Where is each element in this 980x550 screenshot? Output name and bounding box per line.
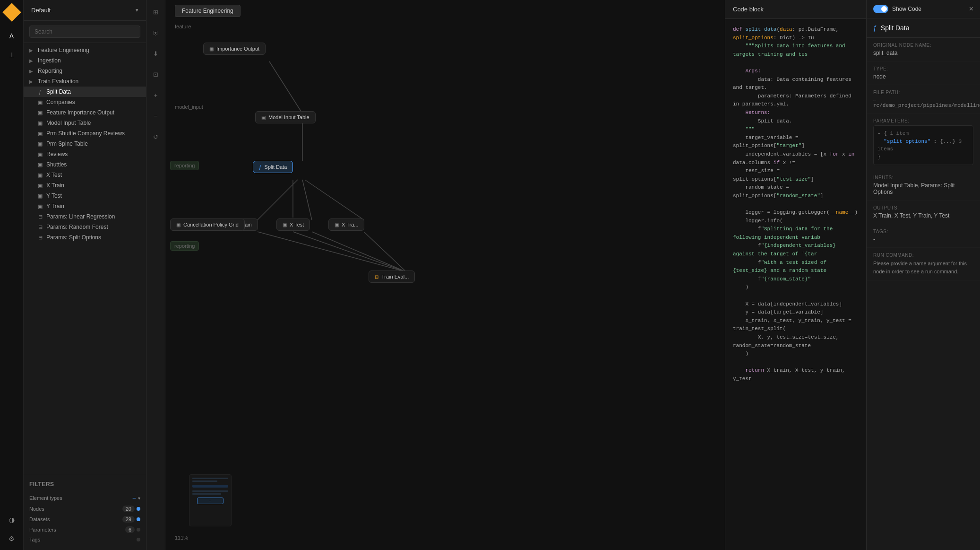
props-tags: Tags: - — [867, 224, 980, 248]
sidebar-item-reviews[interactable]: ▣ Reviews — [24, 149, 146, 159]
sidebar-item-shuttles[interactable]: ▣ Shuttles — [24, 159, 146, 170]
download-icon[interactable]: ⬇ — [149, 46, 163, 61]
sidebar-item-train-evaluation[interactable]: ▶ Train Evaluation — [24, 76, 146, 87]
dataset-node-icon: ▣ — [283, 222, 287, 227]
node-label: Split Data — [265, 164, 287, 170]
filter-dropdown-icon[interactable]: ▾ — [138, 496, 140, 501]
filter-datasets-count: 29 — [122, 516, 135, 523]
svg-line-5 — [364, 232, 406, 272]
code-panel-header: Code block — [725, 0, 866, 19]
sidebar-item-label: Feature Importance Output — [46, 109, 140, 116]
dataset-node-icon: ▣ — [209, 46, 214, 52]
x-train-node[interactable]: ▣ X Tra... — [328, 218, 364, 231]
cancellation-policy-node[interactable]: ▣ Cancellation Policy Grid — [170, 218, 245, 231]
sidebar-item-split-data[interactable]: ƒ Split Data — [24, 87, 146, 97]
filters-section: Filters Element types − ▾ Nodes 20 Datas… — [24, 475, 146, 550]
sidebar-item-label: Model Input Table — [46, 120, 140, 126]
dataset-icon: ▣ — [37, 151, 43, 157]
properties-panel: Show Code × ƒ Split Data Original node n… — [867, 0, 980, 550]
dataset-icon: ▣ — [37, 203, 43, 210]
file-path-label: File Path: — [873, 90, 973, 95]
type-value: node — [873, 73, 973, 80]
param-icon: ⊟ — [37, 214, 43, 220]
filter-parameters-count: 6 — [125, 526, 135, 533]
sidebar-item-feature-engineering[interactable]: ▶ Feature Engineering — [24, 45, 146, 55]
sidebar-item-label: Ingestion — [38, 57, 140, 64]
sidebar-item-label: Params: Linear Regression — [46, 213, 140, 220]
filter-parameters-dot — [137, 528, 140, 532]
zoom-out-icon[interactable]: − — [149, 109, 163, 123]
code-content: def split_data(data: pd.DataFrame, split… — [725, 19, 866, 550]
node-label: X Test — [290, 222, 304, 227]
outputs-label: Outputs: — [873, 205, 973, 210]
sidebar: Default ▾ ▶ Feature Engineering ▶ Ingest… — [24, 0, 146, 550]
x-test-node[interactable]: ▣ X Test — [276, 218, 310, 231]
sidebar-item-label: Reporting — [38, 68, 140, 74]
node-label: Train Eval... — [381, 274, 409, 279]
file-path-value: …rc/demo_project/pipelines/modelling/nod… — [873, 97, 973, 108]
function-node-icon: ƒ — [259, 165, 262, 170]
sidebar-item-prm-spine[interactable]: ▣ Prm Spine Table — [24, 139, 146, 149]
model-input-table-node[interactable]: ▣ Model Input Table — [255, 111, 316, 123]
close-button[interactable]: × — [969, 5, 973, 13]
svg-line-7 — [258, 232, 406, 272]
nav-icon-contrast[interactable]: ◑ — [6, 514, 17, 525]
nav-icon-anchor[interactable]: ⊥ — [6, 49, 17, 61]
sidebar-item-label: Companies — [46, 99, 140, 105]
props-header: Show Code × — [867, 0, 980, 18]
split-data-icon: ƒ — [873, 24, 877, 32]
sidebar-item-params-lr[interactable]: ⊟ Params: Linear Regression — [24, 211, 146, 222]
layers-icon[interactable]: ⊞ — [149, 5, 163, 19]
svg-line-2 — [302, 180, 312, 220]
app-logo[interactable] — [2, 3, 21, 22]
sidebar-item-y-test[interactable]: ▣ Y Test — [24, 191, 146, 201]
dataset-node-icon: ▣ — [261, 115, 266, 120]
filter-minus-icon[interactable]: − — [132, 494, 136, 502]
filter-datasets-controls: 29 — [122, 516, 140, 523]
original-name-label: Original node name: — [873, 43, 973, 48]
sidebar-item-companies[interactable]: ▣ Companies — [24, 97, 146, 107]
sidebar-dropdown-arrow[interactable]: ▾ — [136, 7, 138, 13]
sidebar-item-feature-importance-output[interactable]: ▣ Feature Importance Output — [24, 107, 146, 118]
sidebar-item-label: Params: Split Options — [46, 234, 140, 241]
sidebar-tree: ▶ Feature Engineering ▶ Ingestion ▶ Repo… — [24, 43, 146, 475]
sidebar-item-label: Train Evaluation — [38, 78, 140, 85]
map-icon[interactable]: ⊡ — [149, 67, 163, 81]
sidebar-item-reporting[interactable]: ▶ Reporting — [24, 66, 146, 76]
refresh-icon[interactable]: ↺ — [149, 130, 163, 144]
filter-tags-dot — [137, 538, 140, 541]
props-node-title: Split Data — [881, 24, 910, 32]
train-eval-node[interactable]: ⊟ Train Eval... — [369, 271, 415, 283]
param-icon: ⊟ — [37, 224, 43, 230]
tree-arrow: ▶ — [29, 69, 35, 74]
breadcrumb-tab[interactable]: Feature Engineering — [175, 5, 241, 17]
dataset-icon: ▣ — [37, 120, 43, 126]
canvas-thumbnail: − — [189, 474, 232, 526]
props-title: ƒ Split Data — [867, 18, 980, 38]
tags-value: - — [873, 236, 973, 243]
sidebar-item-x-test[interactable]: ▣ X Test — [24, 170, 146, 180]
sidebar-item-model-input-table[interactable]: ▣ Model Input Table — [24, 118, 146, 128]
right-panel: Code block def split_data(data: pd.DataF… — [725, 0, 980, 550]
zoom-in-icon[interactable]: + — [149, 88, 163, 102]
sidebar-item-prm-shuttle[interactable]: ▣ Prm Shuttle Company Reviews — [24, 128, 146, 139]
importance-output-node[interactable]: ▣ Importance Output — [203, 43, 266, 55]
sidebar-item-params-rf[interactable]: ⊟ Params: Random Forest — [24, 222, 146, 232]
sidebar-item-x-train[interactable]: ▣ X Train — [24, 180, 146, 191]
sidebar-item-y-train[interactable]: ▣ Y Train — [24, 201, 146, 211]
sidebar-search-container — [24, 21, 146, 43]
search-input[interactable] — [29, 26, 140, 38]
sidebar-item-label: Prm Shuttle Company Reviews — [46, 130, 140, 137]
sidebar-item-ingestion[interactable]: ▶ Ingestion — [24, 55, 146, 66]
nav-icon-lambda[interactable]: Λ — [6, 30, 17, 42]
sidebar-item-label: Shuttles — [46, 161, 140, 168]
outputs-value: X Train, X Test, Y Train, Y Test — [873, 212, 973, 219]
show-code-toggle[interactable] — [873, 5, 888, 13]
split-data-node[interactable]: ƒ Split Data — [253, 161, 293, 173]
svg-line-6 — [312, 232, 406, 272]
shield-icon[interactable]: ⛨ — [149, 26, 163, 40]
svg-line-1 — [258, 180, 298, 220]
sidebar-item-params-split[interactable]: ⊟ Params: Split Options — [24, 232, 146, 243]
parameters-label: Parameters: — [873, 118, 973, 123]
nav-icon-settings[interactable]: ⚙ — [6, 533, 17, 544]
